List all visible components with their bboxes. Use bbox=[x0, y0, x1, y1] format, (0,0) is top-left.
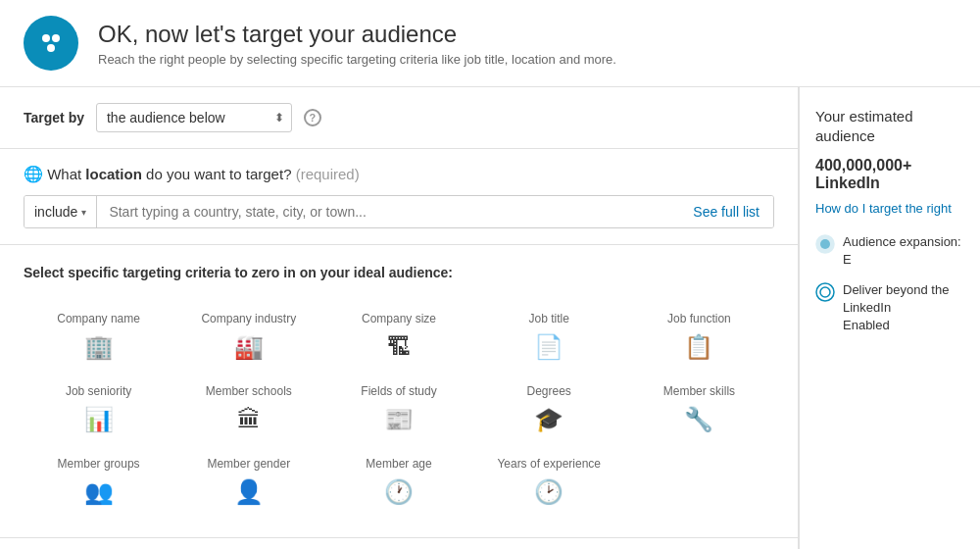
deliver-icon bbox=[815, 282, 835, 302]
expansion-item-deliver: Deliver beyond the LinkedIn Enabled bbox=[815, 281, 964, 335]
svg-point-0 bbox=[42, 34, 50, 42]
location-bold: location bbox=[85, 166, 142, 182]
deliver-text-wrapper: Deliver beyond the LinkedIn Enabled bbox=[843, 281, 964, 335]
estimate-link[interactable]: How do I target the right bbox=[815, 200, 964, 218]
criteria-label-member-age: Member age bbox=[366, 457, 431, 471]
criteria-icon-member-age: 🕐 bbox=[384, 478, 414, 506]
target-by-select-wrapper: the audience below bbox=[96, 103, 292, 132]
location-search-input[interactable] bbox=[97, 196, 679, 227]
criteria-item-job-seniority[interactable]: Job seniority 📊 bbox=[24, 373, 173, 445]
criteria-item-member-gender[interactable]: Member gender 👤 bbox=[173, 445, 323, 518]
location-input-row: include ▾ See full list bbox=[24, 195, 774, 228]
location-suffix: do you want to target? bbox=[142, 166, 292, 182]
svg-point-4 bbox=[820, 239, 830, 249]
page-subtitle: Reach the right people by selecting spec… bbox=[98, 52, 616, 67]
audience-expansion-text: Audience expansion: E bbox=[843, 233, 964, 269]
criteria-item-company-name[interactable]: Company name 🏢 bbox=[24, 300, 173, 373]
criteria-label-company-name: Company name bbox=[57, 312, 140, 325]
header-text: OK, now let's target your audience Reach… bbox=[98, 21, 616, 67]
criteria-label-job-function: Job function bbox=[667, 312, 731, 325]
criteria-icon-member-groups: 👥 bbox=[84, 478, 114, 506]
criteria-item-member-groups[interactable]: Member groups 👥 bbox=[24, 445, 173, 518]
svg-point-2 bbox=[47, 44, 55, 52]
svg-point-6 bbox=[820, 287, 830, 297]
criteria-icon-fields-of-study: 📰 bbox=[384, 406, 414, 433]
header: OK, now let's target your audience Reach… bbox=[0, 0, 980, 87]
criteria-icon-member-gender: 👤 bbox=[234, 478, 264, 506]
svg-point-5 bbox=[816, 283, 834, 301]
deliver-text: Deliver beyond the LinkedIn bbox=[843, 282, 949, 315]
deliver-sublabel: Enabled bbox=[843, 318, 890, 332]
see-full-list-link[interactable]: See full list bbox=[679, 196, 773, 227]
criteria-icon-years-experience: 🕑 bbox=[534, 478, 564, 506]
include-dropdown[interactable]: include ▾ bbox=[24, 196, 97, 227]
svg-point-1 bbox=[52, 34, 60, 42]
criteria-icon-job-title: 📄 bbox=[534, 333, 564, 361]
criteria-item-company-size[interactable]: Company size 🏗 bbox=[323, 300, 473, 373]
page-title: OK, now let's target your audience bbox=[98, 21, 616, 48]
criteria-label-fields-of-study: Fields of study bbox=[361, 384, 436, 398]
expansion-item-audience: Audience expansion: E bbox=[815, 233, 964, 269]
audience-expansion-icon bbox=[815, 234, 835, 254]
bottom-checkbox-row: Help my campaign reach new audiences sim… bbox=[0, 537, 798, 549]
criteria-icon-company-industry: 🏭 bbox=[234, 333, 264, 361]
criteria-icon-member-schools: 🏛 bbox=[237, 406, 261, 433]
location-title: 🌐 What location do you want to target? (… bbox=[24, 165, 774, 183]
target-by-row: Target by the audience below ? bbox=[0, 87, 798, 149]
right-panel: Your estimated audience 400,000,000+ Lin… bbox=[799, 87, 980, 549]
criteria-label-company-industry: Company industry bbox=[201, 312, 296, 325]
criteria-label-company-size: Company size bbox=[362, 312, 436, 325]
criteria-icon-member-skills: 🔧 bbox=[684, 406, 713, 433]
criteria-item-years-experience[interactable]: Years of experience 🕑 bbox=[474, 445, 624, 518]
globe-icon: 🌐 bbox=[24, 166, 43, 182]
criteria-item-degrees[interactable]: Degrees 🎓 bbox=[474, 373, 624, 445]
main-layout: Target by the audience below ? 🌐 What lo… bbox=[0, 87, 980, 549]
criteria-label-member-gender: Member gender bbox=[207, 457, 290, 471]
include-label: include bbox=[34, 204, 77, 220]
criteria-item-member-age[interactable]: Member age 🕐 bbox=[323, 445, 473, 518]
include-arrow-icon: ▾ bbox=[81, 207, 86, 218]
criteria-label-member-skills: Member skills bbox=[663, 384, 735, 398]
criteria-icon-company-size: 🏗 bbox=[387, 333, 411, 361]
criteria-icon-job-function: 📋 bbox=[684, 333, 713, 361]
criteria-item-member-schools[interactable]: Member schools 🏛 bbox=[173, 373, 323, 445]
estimate-title: Your estimated audience bbox=[815, 107, 964, 145]
criteria-label-job-seniority: Job seniority bbox=[66, 384, 131, 398]
target-by-help-icon[interactable]: ? bbox=[304, 109, 321, 126]
criteria-icon-company-name: 🏢 bbox=[84, 333, 114, 361]
left-panel: Target by the audience below ? 🌐 What lo… bbox=[0, 87, 799, 549]
header-icon bbox=[24, 16, 78, 71]
criteria-item-fields-of-study[interactable]: Fields of study 📰 bbox=[323, 373, 473, 445]
criteria-label-member-schools: Member schools bbox=[206, 384, 292, 398]
criteria-icon-job-seniority: 📊 bbox=[84, 406, 114, 433]
location-prefix: What bbox=[47, 166, 85, 182]
criteria-title: Select specific targeting criteria to ze… bbox=[24, 265, 774, 280]
location-required: (required) bbox=[296, 166, 360, 182]
criteria-item-member-skills[interactable]: Member skills 🔧 bbox=[624, 373, 774, 445]
criteria-item-job-function[interactable]: Job function 📋 bbox=[624, 300, 774, 373]
page-wrapper: OK, now let's target your audience Reach… bbox=[0, 0, 980, 549]
target-by-select[interactable]: the audience below bbox=[96, 103, 292, 132]
criteria-icon-degrees: 🎓 bbox=[534, 406, 564, 433]
criteria-grid: Company name 🏢 Company industry 🏭 Compan… bbox=[24, 300, 774, 518]
criteria-label-degrees: Degrees bbox=[527, 384, 571, 398]
criteria-label-years-experience: Years of experience bbox=[497, 457, 601, 471]
criteria-section: Select specific targeting criteria to ze… bbox=[0, 245, 798, 537]
target-by-label: Target by bbox=[24, 110, 84, 125]
criteria-item-company-industry[interactable]: Company industry 🏭 bbox=[173, 300, 323, 373]
estimate-count: 400,000,000+ LinkedIn bbox=[815, 157, 964, 192]
criteria-label-member-groups: Member groups bbox=[58, 457, 140, 471]
criteria-label-job-title: Job title bbox=[529, 312, 569, 325]
criteria-item-job-title[interactable]: Job title 📄 bbox=[474, 300, 624, 373]
location-section: 🌐 What location do you want to target? (… bbox=[0, 149, 798, 245]
